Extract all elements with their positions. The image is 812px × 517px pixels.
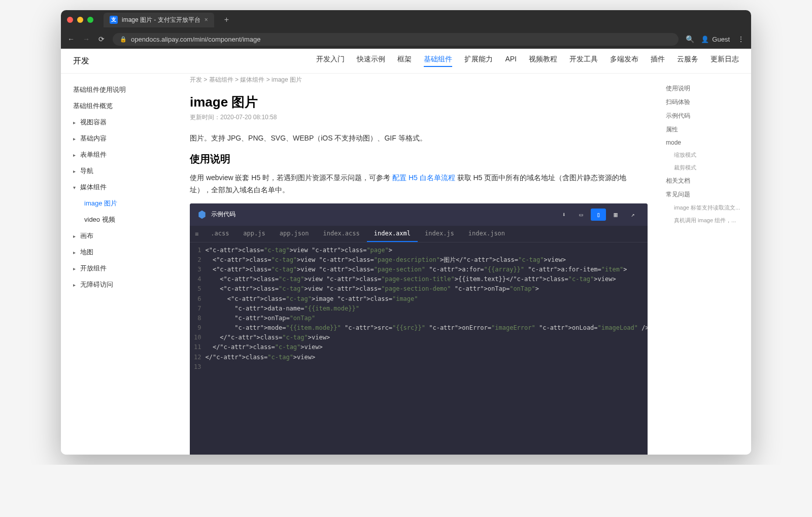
toc-item[interactable]: 属性 [666, 123, 745, 136]
menu-icon[interactable]: ⋮ [737, 35, 745, 43]
url-text: opendocs.alipay.com/mini/component/image [131, 36, 261, 43]
section-usage: 使用说明 [190, 152, 648, 166]
toc-item[interactable]: 示例代码 [666, 109, 745, 123]
sidebar-item[interactable]: 基础组件概览 [65, 98, 174, 114]
code-editor[interactable]: 12345678910111213 <"c-attr">class="c-tag… [190, 243, 648, 430]
tab-title: image 图片 - 支付宝开放平台 [122, 16, 200, 24]
browser-tab[interactable]: 支 image 图片 - 支付宝开放平台 × [104, 13, 214, 27]
description: 图片。支持 JPG、PNG、SVG、WEBP（iOS 不支持动图）、GIF 等格… [190, 134, 648, 143]
caret-icon: ▸ [73, 250, 77, 255]
profile-button[interactable]: 👤 Guest [701, 36, 730, 43]
file-tab[interactable]: .acss [204, 226, 236, 242]
reload-icon[interactable]: ⟳ [97, 35, 106, 43]
window-maximize[interactable] [87, 17, 93, 23]
phone-icon[interactable]: ▯ [591, 209, 606, 221]
sidebar-item[interactable]: ▸无障碍访问 [65, 277, 174, 293]
nav-item-6[interactable]: 视频教程 [529, 55, 557, 67]
close-icon[interactable]: × [205, 16, 208, 23]
sidebar-item[interactable]: ▸开放组件 [65, 260, 174, 277]
sidebar-item[interactable]: 基础组件使用说明 [65, 82, 174, 98]
breadcrumb: 开发 > 基础组件 > 媒体组件 > image 图片 [190, 74, 648, 86]
usage-paragraph: 使用 webview 嵌套 H5 时，若遇到图片资源不显示问题，可参考 配置 H… [190, 172, 648, 196]
nav-item-1[interactable]: 快速示例 [357, 55, 385, 67]
code-demo: 示例代码 ⬇ ▭ ▯ ▦ ↗ ≡ .acss [190, 203, 648, 455]
nav-item-10[interactable]: 云服务 [677, 55, 698, 67]
new-tab-button[interactable]: + [224, 15, 229, 24]
download-icon[interactable]: ⬇ [556, 209, 571, 221]
sidebar-item[interactable]: ▾媒体组件 [65, 179, 174, 195]
toc: 使用说明扫码体验示例代码属性mode缩放模式裁剪模式相关文档常见问题image … [660, 74, 751, 455]
tablet-icon[interactable]: ▭ [573, 209, 589, 221]
caret-icon: ▸ [73, 152, 77, 158]
file-tab[interactable]: index.json [461, 226, 512, 242]
file-tab[interactable]: index.acss [316, 226, 367, 242]
top-nav: 开发 开发入门快速示例框架基础组件扩展能力API视频教程开发工具多端发布插件云服… [61, 49, 751, 74]
sidebar-item[interactable]: ▸基础内容 [65, 130, 174, 147]
nav-item-11[interactable]: 更新日志 [710, 55, 739, 67]
file-tab[interactable]: index.axml [367, 226, 418, 242]
nav-item-3[interactable]: 基础组件 [424, 55, 452, 67]
caret-icon: ▸ [73, 233, 77, 239]
qrcode-icon[interactable]: ▦ [608, 209, 623, 221]
sidebar-item[interactable]: ▸画布 [65, 228, 174, 244]
file-tab[interactable]: app.json [273, 226, 316, 242]
caret-icon: ▸ [73, 168, 77, 174]
forward-icon[interactable]: → [82, 35, 90, 43]
search-icon[interactable]: 🔍 [686, 35, 694, 43]
toc-item[interactable]: 相关文档 [666, 174, 745, 188]
toc-item[interactable]: 使用说明 [666, 82, 745, 95]
addressbar: ← → ⟳ 🔒 opendocs.alipay.com/mini/compone… [61, 29, 751, 49]
nav-item-7[interactable]: 开发工具 [569, 55, 598, 67]
lock-icon: 🔒 [120, 36, 127, 43]
file-tab[interactable]: app.js [236, 226, 272, 242]
sidebar-item[interactable]: image 图片 [65, 195, 174, 212]
titlebar: 支 image 图片 - 支付宝开放平台 × + [61, 10, 751, 29]
toc-item[interactable]: 常见问题 [666, 188, 745, 201]
sidebar: 基础组件使用说明基础组件概览▸视图容器▸基础内容▸表单组件▸导航▾媒体组件ima… [61, 74, 178, 455]
main-content: 开发 > 基础组件 > 媒体组件 > image 图片 image 图片 更新时… [178, 74, 660, 455]
toc-item[interactable]: 真机调用 image 组件，... [666, 214, 745, 227]
nav-item-5[interactable]: API [505, 55, 517, 67]
caret-icon: ▸ [73, 136, 77, 142]
caret-icon: ▸ [73, 282, 77, 288]
whitelist-link[interactable]: 配置 H5 白名单流程 [392, 174, 455, 182]
toc-item[interactable]: 缩放模式 [666, 149, 745, 161]
sidebar-item[interactable]: ▸表单组件 [65, 147, 174, 163]
nav-item-9[interactable]: 插件 [651, 55, 665, 67]
brand: 开发 [73, 56, 89, 66]
toc-item[interactable]: 扫码体验 [666, 95, 745, 109]
toc-item[interactable]: image 标签支持读取流文... [666, 201, 745, 214]
caret-icon: ▸ [73, 120, 77, 125]
caret-icon: ▾ [73, 185, 77, 190]
ide-title: 示例代码 [211, 210, 556, 219]
toc-item[interactable]: 裁剪模式 [666, 161, 745, 174]
sidebar-item[interactable]: ▸视图容器 [65, 114, 174, 130]
sidebar-item[interactable]: ▸导航 [65, 163, 174, 179]
window-close[interactable] [67, 17, 73, 23]
toc-item[interactable]: mode [666, 136, 745, 149]
nav-item-8[interactable]: 多端发布 [610, 55, 638, 67]
file-tab[interactable]: index.js [418, 226, 461, 242]
ide-logo-icon [197, 210, 207, 220]
caret-icon: ▸ [73, 266, 77, 271]
nav-item-4[interactable]: 扩展能力 [464, 55, 493, 67]
back-icon[interactable]: ← [67, 35, 75, 43]
favicon: 支 [110, 16, 118, 24]
page-title: image 图片 [190, 93, 648, 111]
person-icon: 👤 [701, 36, 709, 43]
file-tree-icon[interactable]: ≡ [190, 227, 204, 240]
share-icon[interactable]: ↗ [625, 209, 640, 221]
sidebar-item[interactable]: ▸地图 [65, 244, 174, 260]
nav-item-2[interactable]: 框架 [397, 55, 412, 67]
sidebar-item[interactable]: video 视频 [65, 212, 174, 228]
updated-time: 更新时间：2020-07-20 08:10:58 [190, 113, 648, 122]
window-minimize[interactable] [77, 17, 83, 23]
nav-item-0[interactable]: 开发入门 [316, 55, 345, 67]
url-field[interactable]: 🔒 opendocs.alipay.com/mini/component/ima… [113, 33, 679, 46]
